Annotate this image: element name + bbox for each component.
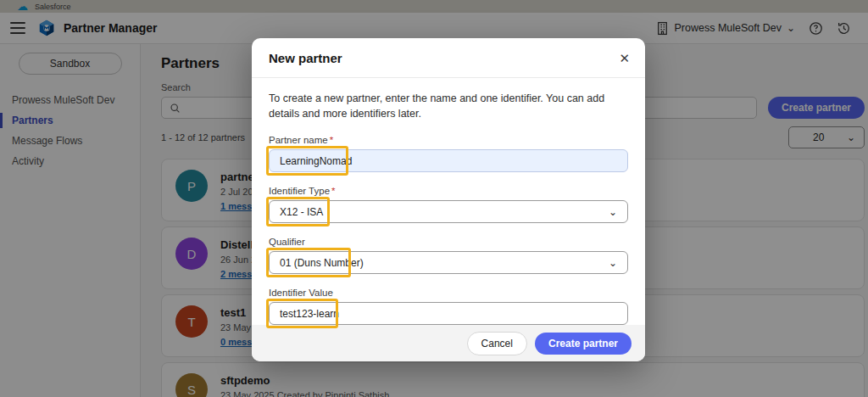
new-partner-modal: New partner ✕ To create a new partner, e… — [252, 38, 645, 361]
chevron-down-icon: ⌄ — [609, 260, 617, 266]
close-icon[interactable]: ✕ — [619, 52, 630, 64]
modal-footer: Cancel Create partner — [252, 325, 645, 361]
identifier-value-label: Identifier Value — [269, 288, 628, 298]
required-marker: * — [330, 135, 333, 145]
modal-body: To create a new partner, enter the name … — [252, 78, 645, 325]
qualifier-select[interactable]: 01 (Duns Number) ⌄ — [269, 251, 628, 274]
required-marker: * — [331, 186, 335, 196]
partner-name-label: Partner name* — [269, 135, 628, 145]
partner-name-field: Partner name* — [269, 135, 628, 172]
cancel-button[interactable]: Cancel — [467, 332, 527, 355]
partner-name-input[interactable] — [269, 149, 628, 172]
modal-header: New partner ✕ — [252, 38, 645, 78]
qualifier-field: Qualifier 01 (Duns Number) ⌄ — [269, 237, 628, 274]
modal-description: To create a new partner, enter the name … — [269, 91, 618, 121]
identifier-value-field: Identifier Value — [269, 288, 628, 325]
identifier-type-label: Identifier Type* — [269, 186, 628, 196]
qualifier-value: 01 (Duns Number) — [280, 257, 364, 269]
qualifier-label: Qualifier — [269, 237, 628, 247]
chevron-down-icon: ⌄ — [609, 209, 617, 215]
identifier-type-select[interactable]: X12 - ISA ⌄ — [269, 200, 628, 223]
identifier-type-field: Identifier Type* X12 - ISA ⌄ — [269, 186, 628, 223]
create-partner-submit-button[interactable]: Create partner — [535, 333, 632, 355]
modal-title: New partner — [269, 51, 342, 65]
identifier-type-value: X12 - ISA — [280, 206, 323, 218]
screen: ☁ Salesforce Partner Manager Prowess Mul… — [0, 0, 868, 397]
identifier-value-input[interactable] — [269, 302, 628, 325]
